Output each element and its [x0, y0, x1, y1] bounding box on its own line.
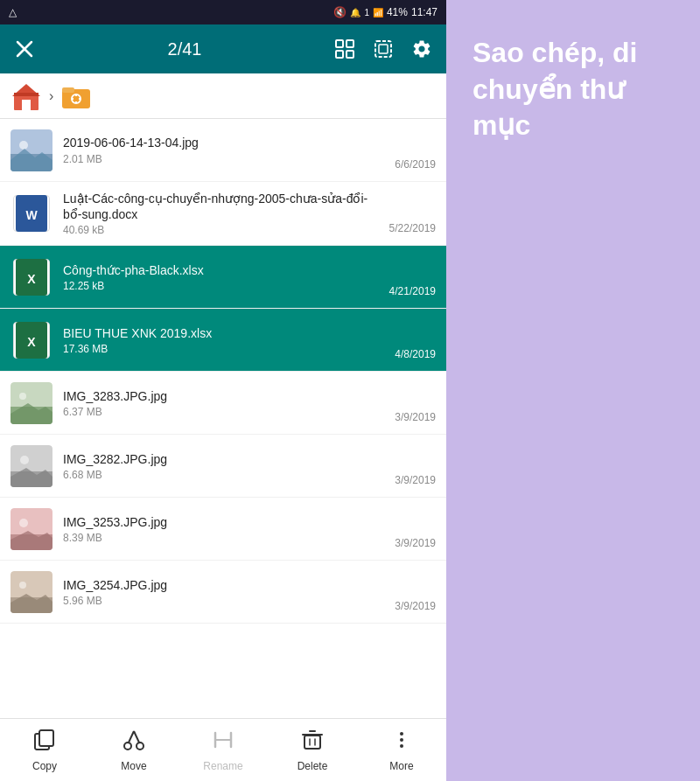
file-date: 5/22/2019	[389, 222, 436, 236]
move-label: Move	[121, 760, 146, 772]
status-bar-right: 🔇 🔔 1 📶 41% 11:47	[333, 6, 438, 18]
svg-rect-13	[62, 87, 74, 93]
rename-button[interactable]: Rename	[178, 719, 268, 781]
list-item[interactable]: IMG_3254.JPG.jpg 5.96 MB 3/9/2019	[0, 561, 446, 624]
volume-icon: 🔔	[350, 8, 360, 17]
list-item[interactable]: X Công-thức-pha-Black.xlsx 12.25 kB 4/21…	[0, 246, 446, 309]
right-panel-text: Sao chép, di chuyển thư mục	[472, 35, 674, 144]
rename-icon	[212, 729, 234, 757]
svg-point-59	[400, 732, 403, 736]
copy-button[interactable]: Copy	[0, 719, 89, 781]
list-item[interactable]: IMG_3253.JPG.jpg 8.39 MB 3/9/2019	[0, 498, 446, 561]
file-size: 8.39 MB	[63, 532, 388, 544]
svg-text:X: X	[27, 335, 36, 349]
file-size: 6.37 MB	[63, 406, 388, 418]
svg-point-39	[19, 519, 28, 527]
move-button[interactable]: Move	[89, 719, 178, 781]
breadcrumb-chevron: ›	[49, 88, 53, 104]
svg-point-61	[400, 744, 403, 748]
file-date: 3/9/2019	[395, 474, 436, 488]
file-name: Luật-Các-công-cụ-chuyển-nhượng-2005-chưa…	[63, 191, 382, 222]
selection-count: 2/41	[49, 39, 320, 59]
status-bar-left: △	[9, 6, 17, 18]
svg-rect-11	[14, 93, 38, 96]
file-name: IMG_3283.JPG.jpg	[63, 388, 388, 404]
file-info: IMG_3282.JPG.jpg 6.68 MB	[63, 451, 388, 481]
select-all-button[interactable]	[331, 35, 359, 63]
bottom-bar: Copy Move Rename	[0, 718, 446, 781]
file-date: 3/9/2019	[395, 537, 436, 551]
file-info: IMG_3254.JPG.jpg 5.96 MB	[63, 577, 388, 607]
sim-icon: 1	[364, 8, 369, 17]
svg-rect-5	[346, 51, 354, 58]
file-date: 3/9/2019	[395, 411, 436, 425]
rename-label: Rename	[203, 760, 242, 772]
file-thumbnail	[10, 129, 52, 171]
time-label: 11:47	[411, 6, 438, 18]
file-thumbnail	[10, 382, 52, 424]
svg-point-48	[136, 743, 144, 750]
file-thumbnail: X	[10, 256, 52, 298]
more-button[interactable]: More	[357, 719, 446, 781]
svg-rect-4	[336, 51, 343, 58]
svg-point-60	[400, 738, 403, 742]
close-button[interactable]	[10, 35, 38, 63]
file-info: Luật-Các-công-cụ-chuyển-nhượng-2005-chưa…	[63, 191, 382, 236]
file-info: IMG_3253.JPG.jpg 8.39 MB	[63, 514, 388, 544]
folder-breadcrumb[interactable]	[60, 80, 92, 112]
file-info: 2019-06-06-14-13-04.jpg 2.01 MB	[63, 135, 388, 164]
svg-rect-6	[375, 41, 391, 57]
select-frame-button[interactable]	[369, 35, 397, 63]
file-name: IMG_3282.JPG.jpg	[63, 451, 388, 467]
svg-point-47	[124, 743, 131, 750]
file-name: IMG_3254.JPG.jpg	[63, 577, 388, 593]
phone-panel: △ 🔇 🔔 1 📶 41% 11:47 2/41	[0, 0, 446, 781]
list-item[interactable]: 2019-06-06-14-13-04.jpg 2.01 MB 6/6/2019	[0, 119, 446, 182]
list-item[interactable]: IMG_3283.JPG.jpg 6.37 MB 3/9/2019	[0, 372, 446, 435]
settings-button[interactable]	[408, 35, 436, 63]
file-thumbnail: X	[10, 319, 52, 361]
svg-text:X: X	[27, 272, 36, 286]
android-logo-icon: △	[9, 6, 17, 18]
file-list: 2019-06-06-14-13-04.jpg 2.01 MB 6/6/2019…	[0, 119, 446, 718]
file-date: 4/8/2019	[395, 348, 436, 362]
toolbar: 2/41	[0, 24, 446, 73]
more-icon	[390, 729, 413, 757]
svg-rect-7	[379, 45, 388, 53]
breadcrumb: ›	[0, 73, 446, 119]
file-size: 17.36 MB	[63, 343, 388, 355]
home-breadcrumb[interactable]	[10, 80, 42, 112]
file-name: 2019-06-06-14-13-04.jpg	[63, 135, 388, 150]
svg-point-35	[20, 456, 29, 464]
delete-label: Delete	[298, 760, 328, 772]
list-item[interactable]: IMG_3282.JPG.jpg 6.68 MB 3/9/2019	[0, 435, 446, 498]
file-name: Công-thức-pha-Black.xlsx	[63, 262, 382, 278]
file-name: BIEU THUE XNK 2019.xlsx	[63, 325, 388, 341]
svg-line-49	[129, 731, 135, 743]
signal-icon: 📶	[373, 8, 383, 17]
battery-label: 41%	[387, 6, 408, 18]
svg-rect-3	[346, 40, 354, 47]
svg-point-43	[19, 582, 26, 589]
svg-rect-54	[304, 736, 320, 749]
file-thumbnail	[10, 508, 52, 550]
svg-text:W: W	[25, 208, 38, 222]
svg-point-31	[19, 393, 26, 400]
file-size: 40.69 kB	[63, 224, 382, 236]
file-info: Công-thức-pha-Black.xlsx 12.25 kB	[63, 262, 382, 292]
cut-icon	[122, 729, 145, 757]
file-size: 2.01 MB	[63, 153, 388, 165]
file-date: 6/6/2019	[395, 158, 436, 172]
file-size: 5.96 MB	[63, 595, 388, 607]
status-bar: △ 🔇 🔔 1 📶 41% 11:47	[0, 0, 446, 24]
file-info: BIEU THUE XNK 2019.xlsx 17.36 MB	[63, 325, 388, 355]
copy-label: Copy	[32, 760, 57, 772]
delete-button[interactable]: Delete	[268, 719, 357, 781]
copy-icon	[33, 729, 56, 757]
list-item[interactable]: X BIEU THUE XNK 2019.xlsx 17.36 MB 4/8/2…	[0, 309, 446, 372]
file-size: 6.68 MB	[63, 469, 388, 481]
svg-line-50	[134, 731, 140, 743]
svg-point-21	[19, 141, 28, 150]
more-label: More	[389, 760, 413, 772]
list-item[interactable]: W Luật-Các-công-cụ-chuyển-nhượng-2005-ch…	[0, 182, 446, 246]
